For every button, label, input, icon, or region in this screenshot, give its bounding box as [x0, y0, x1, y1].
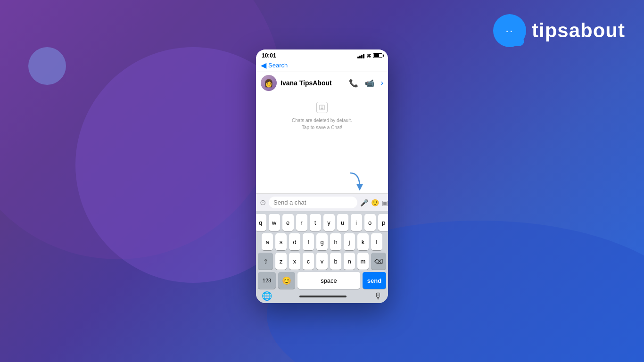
chat-input[interactable] — [269, 197, 357, 208]
signal-bars — [357, 53, 364, 58]
globe-icon[interactable]: 🌐 — [262, 291, 272, 301]
key-v[interactable]: v — [316, 253, 328, 270]
key-s[interactable]: s — [275, 233, 287, 250]
chevron-right-icon[interactable]: › — [381, 79, 383, 87]
key-w[interactable]: w — [269, 214, 280, 231]
keyboard-row-2: a s d f g h j k l — [258, 233, 386, 250]
key-g[interactable]: g — [316, 233, 328, 250]
sticker-icon[interactable]: ▣ — [382, 199, 388, 206]
key-i[interactable]: i — [351, 214, 362, 231]
key-u[interactable]: u — [337, 214, 348, 231]
logo-dots: ·· — [505, 24, 513, 37]
video-call-icon[interactable]: 📹 — [365, 79, 374, 88]
key-d[interactable]: d — [289, 233, 300, 250]
status-time: 10:01 — [262, 52, 276, 59]
key-o[interactable]: o — [364, 214, 376, 231]
key-z[interactable]: z — [275, 253, 287, 270]
chat-header: 👩 Ivana TipsAbout 📞 📹 › — [256, 72, 388, 94]
bg-circle-small — [28, 47, 66, 85]
keyboard-row-1: q w e r t y u i o p — [258, 214, 386, 231]
home-bar — [299, 296, 347, 297]
battery-icon — [373, 53, 382, 58]
blue-arrow-annotation — [346, 171, 364, 191]
send-key[interactable]: send — [363, 272, 386, 289]
chat-hint-line2: Tap to save a Chat! — [302, 125, 342, 130]
chat-hint: Chats are deleted by default. Tap to sav… — [292, 117, 352, 131]
signal-bar-1 — [357, 57, 359, 58]
home-bar-container — [272, 294, 374, 298]
header-actions: 📞 📹 › — [349, 79, 383, 88]
key-n[interactable]: n — [344, 253, 355, 270]
contact-name: Ivana TipsAbout — [281, 79, 345, 87]
keyboard-mic-icon[interactable]: 🎙 — [374, 291, 382, 301]
key-h[interactable]: h — [330, 233, 341, 250]
signal-bar-2 — [359, 56, 361, 58]
signal-bar-4 — [363, 54, 364, 58]
status-icons: ⌘ — [357, 53, 382, 58]
battery-fill — [374, 54, 379, 57]
logo-area: ·· tipsabout — [493, 14, 625, 47]
status-bar: 10:01 ⌘ — [256, 49, 388, 60]
save-icon[interactable] — [316, 102, 328, 113]
space-key[interactable]: space — [297, 272, 360, 289]
signal-bar-3 — [361, 55, 363, 58]
logo-icon: ·· — [493, 14, 526, 47]
key-j[interactable]: j — [344, 233, 355, 250]
avatar: 👩 — [261, 75, 277, 91]
emoji-key[interactable]: 😊 — [278, 272, 295, 289]
phone-mockup: 10:01 ⌘ ◀ Search 👩 Ivana TipsAbout 📞 📹 — [256, 49, 388, 303]
key-p[interactable]: p — [378, 214, 388, 231]
key-e[interactable]: e — [282, 214, 294, 231]
key-a[interactable]: a — [262, 233, 273, 250]
key-l[interactable]: l — [371, 233, 382, 250]
search-label[interactable]: Search — [268, 62, 288, 69]
numbers-key[interactable]: 123 — [258, 272, 276, 289]
wifi-icon: ⌘ — [366, 53, 371, 58]
keyboard-bottom-row: 123 😊 space send — [258, 272, 386, 289]
input-action-icons: 🎤 🙂 ▣ ✈ — [360, 199, 388, 206]
logo-text: tipsabout — [532, 19, 625, 42]
key-r[interactable]: r — [296, 214, 307, 231]
key-c[interactable]: c — [303, 253, 314, 270]
input-bar: ⊙ 🎤 🙂 ▣ ✈ — [256, 193, 388, 211]
avatar-emoji: 👩 — [264, 79, 273, 88]
emoji-icon[interactable]: 🙂 — [371, 199, 379, 206]
search-bar[interactable]: ◀ Search — [256, 60, 388, 72]
key-x[interactable]: x — [289, 253, 300, 270]
phone-call-icon[interactable]: 📞 — [349, 79, 358, 88]
keyboard-footer: 🌐 🎙 — [258, 289, 386, 301]
key-k[interactable]: k — [357, 233, 369, 250]
chat-area: Chats are deleted by default. Tap to sav… — [256, 94, 388, 193]
key-t[interactable]: t — [310, 214, 321, 231]
save-svg — [319, 105, 325, 110]
keyboard: q w e r t y u i o p a s d f g h j k l ⇧ … — [256, 211, 388, 303]
back-arrow-icon[interactable]: ◀ — [261, 61, 266, 70]
chat-hint-line1: Chats are deleted by default. — [292, 118, 352, 123]
shift-key[interactable]: ⇧ — [258, 253, 273, 270]
keyboard-row-3: ⇧ z x c v b n m ⌫ — [258, 253, 386, 270]
camera-icon[interactable]: ⊙ — [260, 198, 266, 207]
key-y[interactable]: y — [323, 214, 335, 231]
backspace-key[interactable]: ⌫ — [371, 253, 386, 270]
mic-icon[interactable]: 🎤 — [360, 199, 368, 206]
key-q[interactable]: q — [256, 214, 266, 231]
key-m[interactable]: m — [357, 253, 369, 270]
key-b[interactable]: b — [330, 253, 341, 270]
key-f[interactable]: f — [303, 233, 314, 250]
